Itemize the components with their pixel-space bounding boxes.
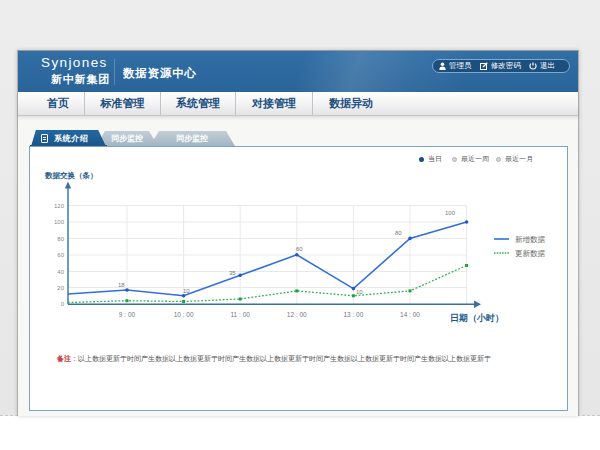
svg-text:10: 10 xyxy=(356,289,363,295)
svg-text:60: 60 xyxy=(57,252,64,258)
svg-text:新增数据: 新增数据 xyxy=(515,235,546,244)
svg-text:11 : 00: 11 : 00 xyxy=(230,311,250,318)
svg-text:40: 40 xyxy=(57,269,64,275)
svg-text:日期（小时）: 日期（小时） xyxy=(450,313,504,323)
svg-text:10: 10 xyxy=(183,288,190,294)
svg-text:60: 60 xyxy=(296,246,303,252)
svg-text:20: 20 xyxy=(57,285,64,291)
svg-text:80: 80 xyxy=(395,230,402,236)
svg-text:10 : 00: 10 : 00 xyxy=(174,311,194,318)
svg-text:0: 0 xyxy=(61,301,65,307)
svg-text:120: 120 xyxy=(54,203,65,209)
svg-text:80: 80 xyxy=(57,236,64,242)
svg-text:12 : 00: 12 : 00 xyxy=(287,311,307,318)
svg-text:数据交换（条）: 数据交换（条） xyxy=(44,171,98,180)
svg-text:更新数据: 更新数据 xyxy=(515,249,546,258)
svg-text:13 : 00: 13 : 00 xyxy=(343,311,363,318)
svg-text:14 : 00: 14 : 00 xyxy=(400,311,420,318)
svg-text:35: 35 xyxy=(229,270,236,276)
svg-text:18: 18 xyxy=(118,282,125,288)
svg-text:9 : 00: 9 : 00 xyxy=(119,311,136,318)
svg-text:100: 100 xyxy=(445,210,456,216)
svg-text:100: 100 xyxy=(54,219,65,225)
